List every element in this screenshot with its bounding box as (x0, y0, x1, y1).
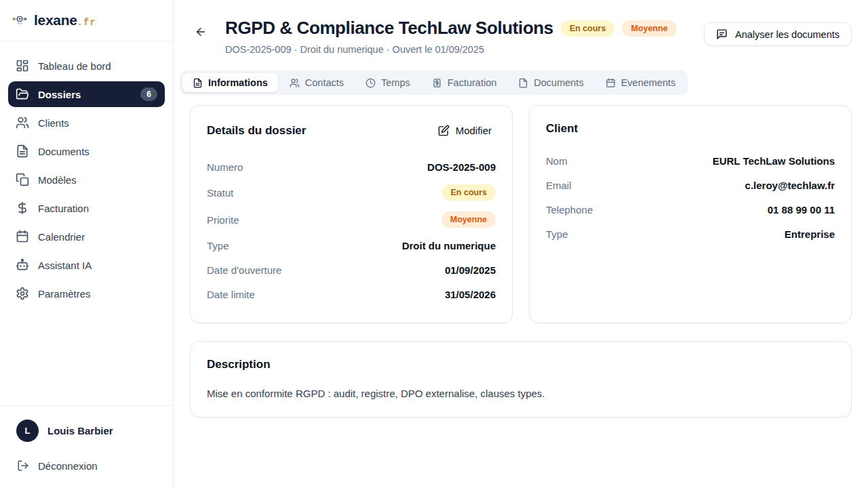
users-icon (16, 116, 29, 129)
sidebar-item-label: Assistant IA (38, 260, 92, 271)
row-label: Telephone (546, 204, 593, 216)
dossiers-count-badge: 6 (140, 87, 157, 101)
avatar: L (16, 420, 39, 442)
row-value: 01/09/2025 (445, 264, 496, 276)
tab-evenements[interactable]: Evenements (595, 73, 686, 92)
back-button[interactable] (190, 21, 212, 43)
client-row-nom: Nom EURL TechLaw Solutions (546, 148, 835, 173)
sidebar-item-modeles[interactable]: Modèles (8, 167, 165, 192)
logout-button[interactable]: Déconnexion (16, 460, 98, 472)
page-title: RGPD & Compliance TechLaw Solutions (225, 18, 553, 39)
sidebar-item-clients[interactable]: Clients (8, 110, 165, 136)
page-header: RGPD & Compliance TechLaw Solutions En c… (190, 18, 852, 55)
detail-row-priorite: Priorite Moyenne (207, 206, 496, 233)
client-row-telephone: Telephone 01 88 99 00 11 (546, 197, 835, 222)
detail-row-statut: Statut En cours (207, 179, 496, 206)
row-value: DOS-2025-009 (427, 161, 496, 173)
sidebar-item-label: Clients (38, 117, 69, 129)
tab-label: Documents (534, 77, 583, 88)
tab-label: Contacts (305, 77, 344, 88)
tab-facturation[interactable]: Facturation (422, 73, 507, 92)
analyze-documents-label: Analyser les documents (735, 29, 840, 40)
bot-icon (16, 258, 29, 272)
file-text-icon (16, 144, 29, 158)
sidebar-item-parametres[interactable]: Paramètres (8, 281, 165, 306)
sidebar-item-dossiers[interactable]: Dossiers 6 (8, 81, 165, 107)
card-title: Client (546, 122, 578, 136)
status-badge: En cours (442, 184, 496, 201)
receipt-dollar-icon (432, 78, 442, 88)
tab-documents[interactable]: Documents (508, 73, 593, 92)
dollar-icon (16, 201, 29, 215)
sidebar-item-calendrier[interactable]: Calendrier (8, 224, 165, 249)
status-badge: En cours (561, 20, 615, 37)
tab-informations[interactable]: Informations (182, 73, 278, 92)
edit-button[interactable]: Modifier (434, 122, 496, 139)
tab-bar: Informations Contacts Temps Facturation … (180, 70, 688, 95)
copy-icon (16, 173, 29, 186)
users-icon (290, 78, 300, 88)
sidebar-item-documents[interactable]: Documents (8, 138, 165, 164)
sidebar-item-assistant-ia[interactable]: Assistant IA (8, 252, 165, 278)
user-name: Louis Barbier (47, 425, 113, 436)
message-square-text-icon (716, 28, 728, 40)
row-label: Priorite (207, 214, 239, 226)
arrow-left-icon (195, 26, 207, 38)
client-row-email: Email c.leroy@techlaw.fr (546, 173, 835, 197)
calendar-icon (16, 230, 29, 243)
file-icon (518, 78, 528, 88)
sidebar-item-label: Dossiers (38, 89, 81, 100)
sidebar-item-label: Calendrier (38, 231, 85, 243)
row-label: Email (546, 180, 572, 191)
card-title: Description (207, 358, 835, 371)
sidebar-item-label: Facturation (38, 203, 89, 214)
card-title: Details du dossier (207, 124, 306, 138)
row-label: Type (207, 240, 229, 251)
row-value: Droit du numerique (402, 240, 496, 251)
case-details-card: Details du dossier Modifier Numero DOS-2… (190, 105, 513, 323)
detail-row-date-ouverture: Date d'ouverture 01/09/2025 (207, 258, 496, 282)
tab-contacts[interactable]: Contacts (279, 73, 354, 92)
user-profile: L Louis Barbier (16, 420, 157, 442)
row-value: EURL TechLaw Solutions (713, 155, 835, 167)
row-label: Numero (207, 161, 243, 173)
calendar-icon (606, 78, 616, 88)
detail-row-type: Type Droit du numerique (207, 233, 496, 258)
analyze-documents-button[interactable]: Analyser les documents (704, 22, 852, 46)
brand-name: lexane (34, 12, 77, 28)
sidebar-item-facturation[interactable]: Facturation (8, 195, 165, 221)
row-label: Type (546, 228, 568, 240)
sidebar-item-tableau-de-bord[interactable]: Tableau de bord (8, 53, 165, 79)
main-content: RGPD & Compliance TechLaw Solutions En c… (174, 0, 868, 488)
description-text: Mise en conformite RGPD : audit, registr… (207, 386, 835, 401)
priority-badge: Moyenne (622, 20, 676, 37)
tab-label: Evenements (621, 77, 676, 88)
file-text-icon (193, 78, 203, 88)
logout-label: Déconnexion (38, 460, 98, 472)
tab-label: Temps (381, 77, 410, 88)
row-label: Date d'ouverture (207, 264, 281, 276)
folder-open-icon (16, 87, 29, 101)
sidebar-item-label: Paramètres (38, 288, 91, 300)
brand-tld: .fr (77, 17, 96, 28)
sidebar-item-label: Modèles (38, 174, 77, 186)
edit-label: Modifier (456, 125, 492, 136)
row-label: Date limite (207, 289, 255, 300)
tab-label: Facturation (448, 77, 497, 88)
clock-icon (366, 78, 376, 88)
detail-row-numero: Numero DOS-2025-009 (207, 155, 496, 179)
client-row-type: Type Entreprise (546, 222, 835, 246)
row-value: Entreprise (785, 228, 835, 240)
tab-temps[interactable]: Temps (355, 73, 420, 92)
tab-label: Informations (208, 77, 268, 88)
sidebar-item-label: Tableau de bord (38, 60, 111, 72)
sidebar: lexane.fr Tableau de bord Dossiers 6 Cli… (0, 0, 174, 488)
brand-logo: lexane.fr (0, 0, 173, 41)
priority-badge: Moyenne (441, 211, 496, 228)
sidebar-footer: L Louis Barbier Déconnexion (0, 405, 173, 488)
detail-row-date-limite: Date limite 31/05/2026 (207, 282, 496, 306)
gear-icon (16, 287, 29, 300)
row-value: c.leroy@techlaw.fr (745, 180, 835, 191)
breadcrumb-subtitle: DOS-2025-009 · Droit du numerique · Ouve… (225, 44, 677, 55)
pen-square-icon (438, 125, 450, 136)
